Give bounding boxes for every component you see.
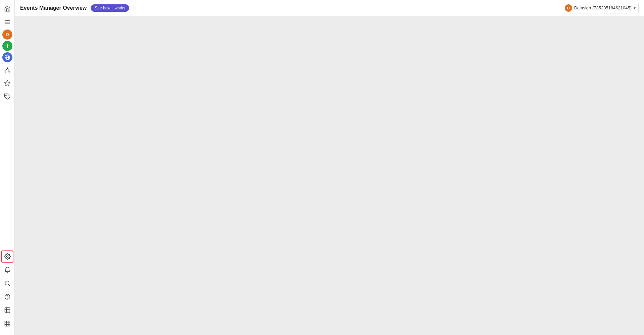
svg-line-10 — [5, 68, 7, 71]
svg-line-11 — [7, 68, 9, 71]
svg-line-16 — [8, 285, 10, 286]
header: Events Manager Overview See how it works… — [15, 0, 644, 16]
settings-icon[interactable] — [1, 250, 13, 263]
user-avatar[interactable]: D — [2, 30, 12, 40]
account-avatar: D — [565, 4, 572, 12]
chevron-down-icon: ▾ — [634, 6, 636, 10]
tag-icon[interactable] — [1, 91, 13, 103]
add-icon[interactable] — [2, 41, 12, 51]
page-title: Events Manager Overview — [20, 5, 87, 11]
search-icon[interactable] — [1, 277, 13, 289]
help-icon[interactable] — [1, 291, 13, 303]
chart-icon[interactable] — [1, 304, 13, 316]
star-icon[interactable] — [1, 77, 13, 89]
sidebar-bottom — [1, 250, 13, 332]
content-area — [15, 16, 644, 335]
bell-icon[interactable] — [1, 264, 13, 276]
svg-point-15 — [5, 281, 9, 285]
account-selector[interactable]: D Delasign (735285184621045) ▾ — [562, 3, 639, 13]
globe-icon[interactable] — [2, 52, 12, 62]
account-label: Delasign (735285184621045) — [574, 5, 632, 10]
svg-marker-12 — [4, 80, 10, 86]
main-content: Events Manager Overview See how it works… — [15, 0, 644, 335]
header-left: Events Manager Overview See how it works — [20, 4, 129, 12]
menu-icon[interactable] — [1, 16, 13, 28]
svg-point-13 — [5, 95, 6, 96]
sidebar-top: D — [1, 3, 13, 250]
svg-point-14 — [6, 256, 8, 258]
see-how-button[interactable]: See how it works — [91, 4, 129, 12]
header-right: D Delasign (735285184621045) ▾ — [562, 3, 639, 13]
network-icon[interactable] — [1, 64, 13, 76]
list-icon[interactable] — [1, 318, 13, 330]
sidebar: D — [0, 0, 15, 335]
home-icon[interactable] — [1, 3, 13, 15]
svg-rect-19 — [5, 308, 10, 313]
svg-point-17 — [5, 294, 10, 299]
svg-rect-23 — [5, 321, 10, 326]
